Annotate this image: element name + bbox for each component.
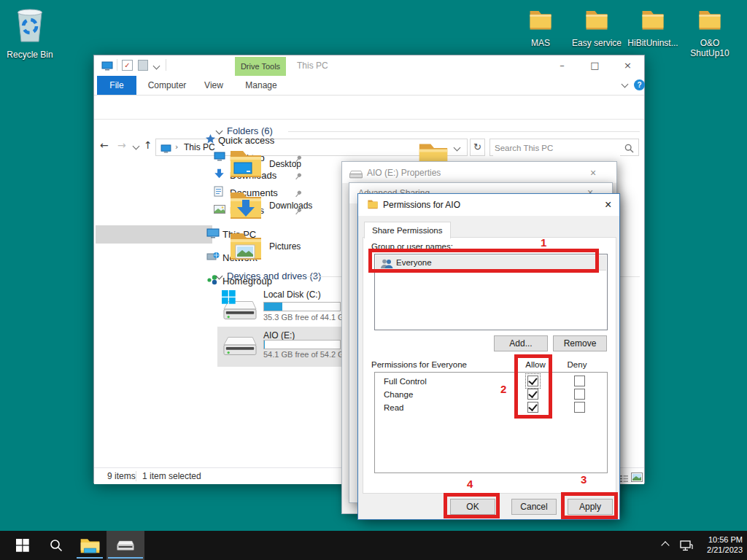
document-icon <box>214 186 223 199</box>
drive-tile-label[interactable]: Local Disk (C:) <box>263 289 321 300</box>
close-icon[interactable]: × <box>605 198 611 211</box>
deny-checkbox-read[interactable] <box>574 402 585 413</box>
add-button[interactable]: Add... <box>494 335 548 351</box>
tab-file[interactable]: File <box>97 76 136 95</box>
checkbox-icon[interactable]: ✓ <box>122 60 133 71</box>
permissions-dialog-title: Permissions for AIO <box>383 200 460 210</box>
tray-show-hidden-icons-button[interactable] <box>655 531 676 560</box>
permissions-list-label: Permissions for Everyone <box>371 360 467 369</box>
tab-view[interactable]: View <box>195 76 233 95</box>
status-item-count: 9 items <box>107 471 136 481</box>
folder-icon <box>584 22 609 34</box>
annotation-number-2: 2 <box>500 383 506 395</box>
close-icon[interactable]: × <box>590 167 596 179</box>
taskbar-search-button[interactable] <box>39 531 73 560</box>
drive-e-icon[interactable] <box>223 335 257 359</box>
details-view-icon[interactable] <box>620 472 628 486</box>
permissions-list[interactable]: Full Control Change Read <box>374 372 608 473</box>
clock-time: 10:56 PM <box>692 534 743 545</box>
thumbnails-view-icon[interactable] <box>631 472 643 485</box>
download-arrow-icon <box>214 168 225 182</box>
group-divider <box>288 131 640 132</box>
permission-row-label: Full Control <box>384 377 427 386</box>
ribbon-tab-strip: File Computer View Manage ? <box>94 76 644 96</box>
cancel-button[interactable]: Cancel <box>511 499 557 515</box>
ribbon-collapse-chevron-icon[interactable] <box>622 81 629 88</box>
up-button[interactable]: ↑ <box>144 140 152 150</box>
permission-row-label: Read <box>384 403 404 412</box>
folder-downloads-icon[interactable] <box>229 190 263 223</box>
windows-logo-icon <box>16 539 29 552</box>
tab-share-permissions[interactable]: Share Permissions <box>364 222 451 238</box>
maximize-button[interactable]: □ <box>578 55 611 76</box>
start-button[interactable] <box>6 531 39 560</box>
folder-tile-label[interactable]: Pictures <box>269 241 301 252</box>
minimize-button[interactable]: – <box>546 55 578 76</box>
computer-icon <box>160 143 171 156</box>
search-icon <box>624 143 634 156</box>
clock-date: 2/21/2023 <box>692 545 743 555</box>
recent-locations-chevron-icon[interactable] <box>133 143 140 150</box>
shortcut-oo-shutup10[interactable]: O&O ShutUp10 <box>681 7 738 58</box>
search-icon <box>50 539 63 552</box>
refresh-button[interactable]: ↻ <box>470 139 485 156</box>
shortcut-easy-service[interactable]: Easy service <box>568 7 625 48</box>
tab-manage[interactable]: Manage <box>236 76 287 95</box>
annotation-box-step4 <box>444 493 500 518</box>
properties-dialog-title: AIO (E:) Properties <box>367 168 441 178</box>
window-title: This PC <box>297 61 328 71</box>
pin-icon <box>295 171 303 179</box>
permissions-dialog: Permissions for AIO × Share Permissions … <box>357 193 620 520</box>
shortcut-hibituninstaller[interactable]: HiBitUninst... <box>624 7 681 48</box>
search-input[interactable] <box>493 140 620 156</box>
taskbar-clock[interactable]: 10:56 PM 2/21/2023 <box>692 534 743 555</box>
annotation-number-4: 4 <box>467 478 473 490</box>
explorer-titlebar[interactable]: ✓ Drive Tools This PC – □ × <box>94 55 644 76</box>
close-button[interactable]: × <box>611 55 644 76</box>
annotation-number-1: 1 <box>541 236 546 249</box>
deny-checkbox-change[interactable] <box>574 389 585 400</box>
folder-icon <box>640 22 665 34</box>
annotation-box-step2 <box>514 354 552 419</box>
properties-dialog-titlebar[interactable]: AIO (E:) Properties × <box>342 162 616 183</box>
drive-icon <box>349 168 363 182</box>
deny-column-header: Deny <box>562 360 592 369</box>
drive-tile-label[interactable]: AIO (E:) <box>263 330 295 341</box>
forward-button[interactable]: → <box>117 140 126 150</box>
group-header-folders[interactable]: Folders (6) <box>227 125 273 136</box>
status-selected-count: 1 item selected <box>142 471 201 481</box>
qat-chevron-down-icon[interactable] <box>153 63 160 70</box>
drive-icon <box>117 540 134 551</box>
taskbar-file-explorer-button[interactable] <box>73 531 107 560</box>
shortcut-label: Easy service <box>568 38 625 48</box>
permissions-dialog-titlebar[interactable]: Permissions for AIO × <box>358 194 619 216</box>
folder-desktop-icon[interactable] <box>229 148 263 182</box>
taskbar: 10:56 PM 2/21/2023 <box>0 531 747 560</box>
shortcut-label: MAS <box>512 38 569 48</box>
status-divider <box>136 471 136 481</box>
recycle-bin-shortcut[interactable]: Recycle Bin <box>1 6 58 60</box>
file-explorer-icon <box>80 537 100 553</box>
address-dropdown-chevron-icon[interactable] <box>454 144 461 152</box>
drive-usage-bar <box>263 340 341 349</box>
remove-button[interactable]: Remove <box>553 335 607 351</box>
breadcrumb-separator-icon: › <box>175 142 178 152</box>
folder-tile-label[interactable]: Desktop <box>269 159 301 169</box>
search-box[interactable] <box>489 139 639 156</box>
deny-checkbox-full-control[interactable] <box>574 376 585 386</box>
chevron-up-icon <box>661 541 669 549</box>
recycle-bin-icon <box>13 34 47 46</box>
star-icon <box>205 133 216 147</box>
new-folder-icon[interactable] <box>138 60 148 71</box>
folder-tile-label[interactable]: Downloads <box>269 201 312 211</box>
help-icon[interactable]: ? <box>634 79 645 90</box>
annotation-number-3: 3 <box>581 473 587 486</box>
back-button[interactable]: ← <box>100 140 109 150</box>
computer-icon[interactable] <box>101 61 113 74</box>
drive-c-icon[interactable] <box>223 299 257 324</box>
shortcut-mas[interactable]: MAS <box>512 7 569 48</box>
folder-pictures-icon[interactable] <box>229 230 263 264</box>
taskbar-active-dialog-button[interactable] <box>107 531 144 560</box>
permission-row-label: Change <box>384 390 413 399</box>
tab-computer[interactable]: Computer <box>144 76 190 95</box>
